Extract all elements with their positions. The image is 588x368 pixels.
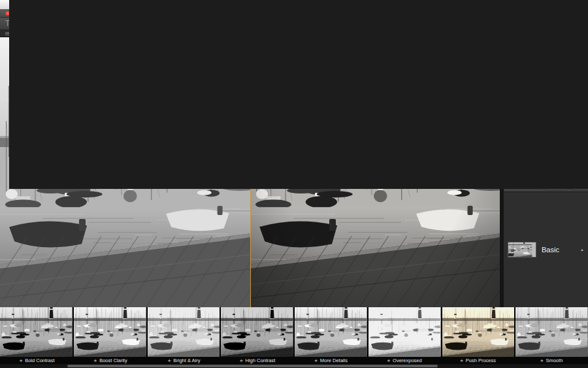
selected-preset-row[interactable]: Basic ▲ [504, 192, 588, 308]
preset-label-push-process[interactable]: ★Push Process [441, 357, 515, 364]
preset-label-text: Overexposed [393, 358, 422, 363]
preset-thumb-push-process[interactable] [442, 307, 515, 357]
favorite-star-icon[interactable]: ★ [314, 358, 318, 363]
preset-label-bright-airy[interactable]: ★Bright & Airy [147, 357, 221, 364]
preset-label-text: Boost Clarity [99, 358, 127, 363]
preset-label-smooth[interactable]: ★Smooth [515, 357, 588, 364]
filmstrip-scroll-thumb[interactable] [67, 365, 438, 367]
filmstrip-scrollbar[interactable] [0, 364, 588, 368]
menu-bar: Tonality ProFichierModifierCouchesVueFen… [0, 0, 588, 9]
preset-thumb-boost-clarity[interactable] [74, 307, 146, 357]
preset-thumb-smooth[interactable] [515, 307, 588, 357]
favorite-star-icon[interactable]: ★ [239, 358, 243, 363]
preset-filmstrip [0, 307, 588, 357]
selected-preset-name: Basic [542, 246, 575, 254]
preset-thumb-more-details[interactable] [295, 307, 367, 357]
menu-item-tonality-pro[interactable]: Tonality Pro [9, 0, 588, 189]
preset-dropdown-icon[interactable]: ▲ [580, 248, 584, 252]
preset-label-bold-contrast[interactable]: ★Bold Contrast [0, 357, 74, 364]
preset-labels-row: ★Bold Contrast★Boost Clarity★Bright & Ai… [0, 357, 588, 364]
preset-label-high-contrast[interactable]: ★High Contrast [221, 357, 295, 364]
favorite-star-icon[interactable]: ★ [387, 358, 391, 363]
preset-thumbnail [508, 242, 536, 258]
favorite-star-icon[interactable]: ★ [540, 358, 544, 363]
preset-thumb-bold-contrast[interactable] [0, 307, 73, 357]
preset-label-more-details[interactable]: ★More Details [294, 357, 368, 364]
preset-label-text: Bright & Airy [173, 358, 200, 363]
favorite-star-icon[interactable]: ★ [93, 358, 97, 363]
preset-label-text: Push Process [466, 358, 496, 363]
favorite-star-icon[interactable]: ★ [167, 358, 171, 363]
favorite-star-icon[interactable]: ★ [19, 358, 23, 363]
preset-label-text: High Contrast [245, 358, 275, 363]
preset-label-text: Smooth [546, 358, 563, 363]
preset-label-overexposed[interactable]: ★Overexposed [368, 357, 442, 364]
preset-label-text: More Details [320, 358, 348, 363]
favorite-star-icon[interactable]: ★ [459, 358, 463, 363]
preset-thumb-high-contrast[interactable] [221, 307, 293, 357]
app-window: Tonality ProFichierModifierCouchesVueFen… [0, 0, 588, 368]
preset-label-text: Bold Contrast [25, 358, 54, 363]
preset-thumb-overexposed[interactable] [368, 307, 441, 357]
preset-thumb-bright-airy[interactable] [148, 307, 220, 357]
preset-label-boost-clarity[interactable]: ★Boost Clarity [74, 357, 148, 364]
